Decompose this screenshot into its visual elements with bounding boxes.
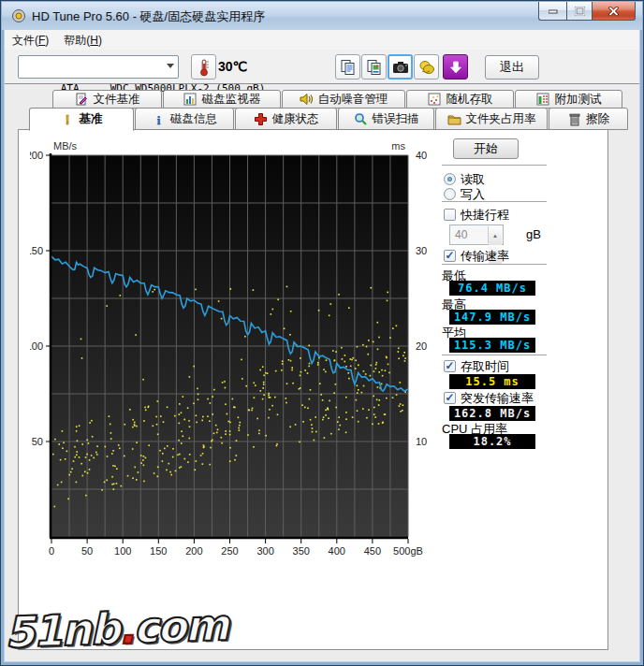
thermometer-icon [198, 58, 211, 77]
temperature-value: 30℃ [218, 59, 247, 74]
exit-button[interactable]: 退出 [485, 55, 539, 80]
spinner-arrows[interactable]: ▲▼ [488, 226, 502, 243]
camera-icon [392, 61, 409, 74]
app-icon [11, 8, 26, 23]
tab-r2-0[interactable]: !基准 [29, 108, 134, 131]
separator [442, 201, 547, 202]
tab-r1-0[interactable]: 文件基准 [52, 90, 162, 109]
svg-text:150: 150 [150, 545, 167, 557]
watermark-logo: 51nb.com [4, 600, 228, 658]
min-value-display: 76.4 MB/s [449, 281, 535, 296]
svg-text:30: 30 [416, 245, 427, 256]
access-time-label: 存取时间 [461, 358, 509, 375]
svg-text:MB/s: MB/s [53, 140, 78, 152]
copy-text-button[interactable] [335, 54, 360, 80]
folder-usage-icon [447, 112, 461, 126]
short-stroke-value[interactable]: 40 ▲▼ [449, 224, 504, 245]
extra-tests-icon [536, 93, 550, 107]
copy-image-button[interactable] [361, 54, 387, 80]
cpu-usage-display: 18.2% [449, 434, 535, 449]
start-button-label: 开始 [474, 140, 498, 157]
chevron-down-icon [167, 64, 174, 68]
svg-text:250: 250 [221, 545, 238, 557]
error-scan-icon [354, 112, 368, 126]
menu-file[interactable]: 文件(F) [5, 30, 56, 51]
svg-text:500gB: 500gB [393, 545, 423, 557]
svg-text:200: 200 [30, 150, 43, 161]
tab-r2-2[interactable]: 健康状态 [235, 108, 337, 130]
tab-label: 磁盘信息 [170, 111, 217, 127]
tab-label: 文件基准 [94, 92, 140, 108]
hd-tune-window: HD Tune Pro 5.60 - 硬盘/固态硬盘实用程序 文件(F)帮助(H… [0, 0, 644, 666]
temperature-button[interactable] [191, 54, 216, 80]
svg-text:50: 50 [81, 545, 93, 557]
noise-management-icon [300, 93, 314, 107]
separator [442, 355, 547, 355]
tab-label: 擦除 [586, 111, 609, 127]
menu-bar: 文件(F)帮助(H) [5, 30, 639, 50]
tab-r2-5[interactable]: 擦除 [549, 108, 628, 130]
separator [442, 264, 547, 265]
spinner-up-icon[interactable]: ▲ [489, 226, 502, 245]
write-radio[interactable] [444, 188, 456, 200]
svg-text:0: 0 [49, 545, 54, 557]
tab-r1-2[interactable]: 自动噪音管理 [282, 90, 405, 109]
svg-text:200: 200 [185, 545, 202, 557]
max-value-display: 147.9 MB/s [449, 310, 535, 325]
burst-rate-checkbox[interactable]: ✓ [444, 392, 456, 404]
short-stroke-value-text: 40 [455, 228, 467, 241]
tab-label: 基准 [80, 111, 103, 127]
svg-text:20: 20 [416, 340, 427, 352]
start-button[interactable]: 开始 [453, 138, 519, 159]
svg-text:400: 400 [329, 545, 345, 557]
download-button[interactable] [443, 54, 468, 80]
file-benchmark-icon [75, 93, 89, 107]
drive-select[interactable]: ATA WDC WD5000LPLX-2 (500 gB) [18, 55, 179, 79]
tab-r1-1[interactable]: 磁盘监视器 [163, 90, 281, 109]
tab-r2-4[interactable]: 文件夹占用率 [435, 108, 548, 130]
download-icon [448, 60, 463, 75]
svg-text:10: 10 [416, 436, 427, 447]
svg-text:40: 40 [416, 150, 427, 161]
svg-text:450: 450 [364, 545, 381, 557]
tab-r1-4[interactable]: 附加测试 [515, 90, 622, 109]
short-stroke-checkbox[interactable] [444, 209, 456, 221]
tab-label: 附加测试 [555, 92, 602, 108]
tab-label: 磁盘监视器 [202, 92, 261, 108]
benchmark-tab-panel: MB/sms2001501005040302010050100150200250… [18, 129, 608, 650]
read-radio[interactable] [444, 173, 456, 185]
window-title: HD Tune Pro 5.60 - 硬盘/固态硬盘实用程序 [32, 8, 265, 25]
title-bar[interactable]: HD Tune Pro 5.60 - 硬盘/固态硬盘实用程序 [2, 2, 642, 30]
disk-info-icon: i [152, 112, 166, 126]
svg-text:150: 150 [30, 245, 43, 256]
benchmark-chart: MB/sms2001501005040302010050100150200250… [30, 138, 432, 569]
burst-rate-display: 162.8 MB/s [449, 406, 535, 421]
donate-icon [418, 60, 435, 75]
svg-text:350: 350 [293, 545, 310, 557]
svg-text:ms: ms [391, 140, 405, 152]
transfer-rate-checkbox[interactable]: ✓ [444, 250, 456, 262]
tab-r2-3[interactable]: 错误扫描 [338, 108, 434, 130]
tab-r1-3[interactable]: 随机存取 [406, 90, 514, 109]
svg-text:50: 50 [32, 436, 43, 447]
screenshot-button[interactable] [388, 54, 413, 80]
toolbar: ATA WDC WD5000LPLX-2 (500 gB) 30℃ 退出 [5, 50, 639, 84]
erase-icon [567, 112, 581, 126]
short-stroke-unit: gB [526, 227, 541, 241]
disk-monitor-icon [183, 93, 198, 107]
menu-help[interactable]: 帮助(H) [56, 30, 110, 51]
tab-r2-1[interactable]: i磁盘信息 [135, 108, 234, 130]
close-button[interactable] [593, 2, 636, 21]
health-icon [254, 112, 268, 126]
svg-text:300: 300 [256, 545, 273, 557]
tab-label: 错误扫描 [373, 111, 419, 127]
burst-rate-label: 突发传输速率 [461, 390, 534, 407]
tab-label: 健康状态 [272, 111, 319, 127]
donate-button[interactable] [414, 54, 439, 80]
separator [442, 165, 547, 166]
benchmark-icon: ! [61, 112, 75, 126]
maximize-button[interactable] [566, 2, 593, 21]
minimize-button[interactable] [538, 2, 566, 21]
access-time-checkbox[interactable]: ✓ [444, 360, 456, 372]
short-stroke-label: 快捷行程 [461, 207, 509, 224]
